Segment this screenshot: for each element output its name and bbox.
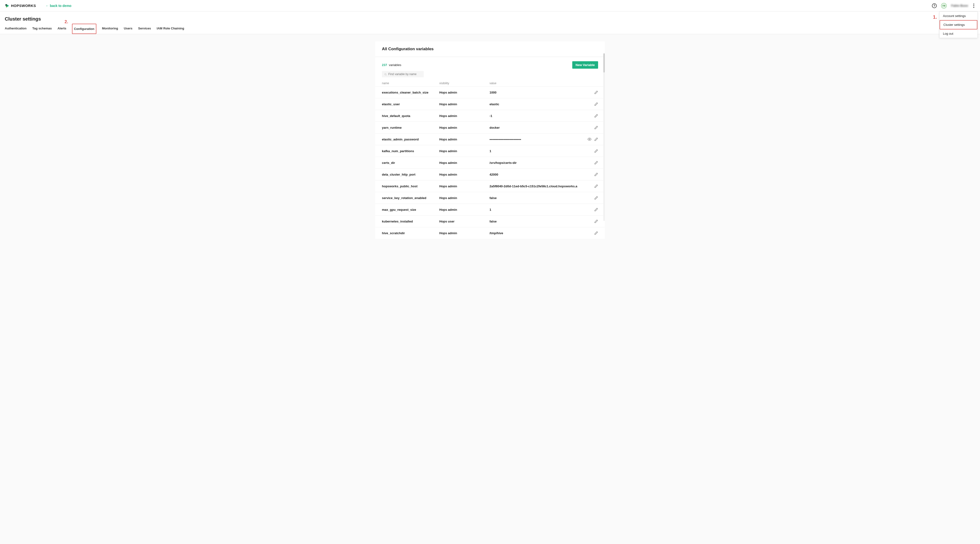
var-value: docker bbox=[490, 126, 579, 129]
col-name: name bbox=[382, 81, 439, 85]
var-name: kubernetes_installed bbox=[382, 220, 439, 223]
reveal-icon[interactable] bbox=[587, 137, 592, 141]
col-value: value bbox=[490, 81, 579, 85]
new-variable-button[interactable]: New Variable bbox=[572, 61, 598, 69]
var-visibility: Hops admin bbox=[439, 161, 490, 164]
table-header: name visibility value bbox=[375, 80, 605, 86]
col-visibility: visibility bbox=[439, 81, 490, 85]
topbar: HOPSWORKS ← back to demo ? FB Fabio Buso… bbox=[0, 0, 980, 11]
var-value: 2a5f8040-2d0d-11ed-b5c5-c151c2fe58c1.clo… bbox=[490, 185, 579, 188]
edit-icon[interactable] bbox=[594, 137, 598, 141]
search-box bbox=[382, 71, 424, 77]
var-visibility: Hops admin bbox=[439, 137, 490, 141]
tab-configuration[interactable]: Configuration bbox=[72, 24, 96, 34]
table-row: certs_dirHops admin/srv/hops/certs-dir bbox=[375, 157, 605, 168]
var-visibility: Hops admin bbox=[439, 185, 490, 188]
table-row: kafka_num_partitionsHops admin1 bbox=[375, 145, 605, 157]
row-actions bbox=[579, 137, 598, 141]
panel-header: All Configuration variables bbox=[375, 41, 605, 57]
table-row: elastic_userHops adminelastic bbox=[375, 98, 605, 110]
svg-line-4 bbox=[386, 75, 387, 76]
var-visibility: Hops admin bbox=[439, 114, 490, 118]
table-row: hopsworks_public_hostHops admin2a5f8040-… bbox=[375, 180, 605, 192]
var-value: false bbox=[490, 196, 579, 200]
edit-icon[interactable] bbox=[594, 184, 598, 188]
var-visibility: Hops admin bbox=[439, 149, 490, 153]
row-actions bbox=[579, 102, 598, 106]
var-value: 1 bbox=[490, 149, 579, 153]
scrollbar-thumb[interactable] bbox=[603, 53, 605, 72]
username-label: Fabio Buso bbox=[951, 4, 968, 7]
variable-count: 237 variables bbox=[382, 63, 401, 67]
edit-icon[interactable] bbox=[594, 126, 598, 129]
search-input[interactable] bbox=[388, 72, 422, 76]
brand-logo[interactable]: HOPSWORKS bbox=[5, 3, 36, 8]
tab-users[interactable]: Users bbox=[124, 24, 132, 34]
brand-name: HOPSWORKS bbox=[11, 3, 36, 8]
user-avatar[interactable]: FB bbox=[941, 3, 947, 9]
table-row: service_key_rotation_enabledHops adminfa… bbox=[375, 192, 605, 204]
kebab-menu-icon[interactable] bbox=[972, 3, 975, 9]
edit-icon[interactable] bbox=[594, 161, 598, 164]
var-value: 1 bbox=[490, 208, 579, 212]
edit-icon[interactable] bbox=[594, 196, 598, 200]
back-to-demo-link[interactable]: ← back to demo bbox=[46, 4, 72, 8]
tabs-nav: 2. AuthenticationTag schemasAlertsConfig… bbox=[0, 24, 980, 34]
var-value: false bbox=[490, 220, 579, 223]
row-actions bbox=[579, 91, 598, 94]
panel-title: All Configuration variables bbox=[382, 47, 598, 51]
edit-icon[interactable] bbox=[594, 207, 598, 212]
annotation-marker-2: 2. bbox=[65, 19, 68, 24]
var-value: 1000 bbox=[490, 91, 579, 94]
row-actions bbox=[579, 231, 598, 235]
scrollbar[interactable] bbox=[603, 53, 605, 221]
var-visibility: Hops admin bbox=[439, 102, 490, 106]
var-value: -1 bbox=[490, 114, 579, 118]
edit-icon[interactable] bbox=[594, 219, 598, 223]
row-actions bbox=[579, 219, 598, 223]
var-name: yarn_runtime bbox=[382, 126, 439, 129]
tab-alerts[interactable]: Alerts bbox=[57, 24, 66, 34]
svg-point-3 bbox=[385, 74, 386, 75]
edit-icon[interactable] bbox=[594, 149, 598, 153]
svg-point-2 bbox=[6, 6, 7, 7]
tab-services[interactable]: Services bbox=[138, 24, 151, 34]
var-visibility: Hops admin bbox=[439, 126, 490, 129]
row-actions bbox=[579, 172, 598, 176]
content-area: All Configuration variables 237 variable… bbox=[0, 34, 980, 544]
svg-point-5 bbox=[589, 139, 590, 140]
var-name: dela_cluster_http_port bbox=[382, 173, 439, 176]
table-row: max_gpu_request_sizeHops admin1 bbox=[375, 204, 605, 215]
edit-icon[interactable] bbox=[594, 114, 598, 118]
panel-toolbar: 237 variables New Variable bbox=[375, 57, 605, 71]
dropdown-item-account-settings[interactable]: Account settings bbox=[940, 12, 977, 20]
row-actions bbox=[579, 161, 598, 164]
var-name: service_key_rotation_enabled bbox=[382, 196, 439, 200]
dropdown-item-cluster-settings[interactable]: Cluster settings bbox=[940, 20, 977, 29]
edit-icon[interactable] bbox=[594, 172, 598, 176]
row-actions bbox=[579, 207, 598, 212]
dropdown-item-log-out[interactable]: Log out bbox=[940, 29, 977, 38]
var-name: executions_cleaner_batch_size bbox=[382, 91, 439, 94]
tab-tag-schemas[interactable]: Tag schemas bbox=[32, 24, 52, 34]
table-row: elastic_admin_passwordHops admin••••••••… bbox=[375, 133, 605, 145]
help-icon[interactable]: ? bbox=[932, 3, 937, 8]
table-row: hive_scratchdirHops admin/tmp/hive bbox=[375, 227, 605, 239]
row-actions bbox=[579, 126, 598, 129]
edit-icon[interactable] bbox=[594, 91, 598, 94]
table-row: hive_default_quotaHops admin-1 bbox=[375, 110, 605, 121]
tab-iam-role-chaining[interactable]: IAM Role Chaining bbox=[157, 24, 184, 34]
tab-monitoring[interactable]: Monitoring bbox=[102, 24, 118, 34]
count-number: 237 bbox=[382, 63, 387, 67]
edit-icon[interactable] bbox=[594, 102, 598, 106]
var-name: kafka_num_partitions bbox=[382, 149, 439, 153]
var-name: certs_dir bbox=[382, 161, 439, 164]
count-label: variables bbox=[389, 63, 401, 67]
config-panel: All Configuration variables 237 variable… bbox=[375, 41, 605, 239]
var-visibility: Hops admin bbox=[439, 196, 490, 200]
annotation-marker-1: 1. bbox=[933, 14, 937, 20]
var-name: elastic_admin_password bbox=[382, 137, 439, 141]
hopsworks-logo-icon bbox=[5, 3, 9, 8]
edit-icon[interactable] bbox=[594, 231, 598, 235]
tab-authentication[interactable]: Authentication bbox=[5, 24, 27, 34]
